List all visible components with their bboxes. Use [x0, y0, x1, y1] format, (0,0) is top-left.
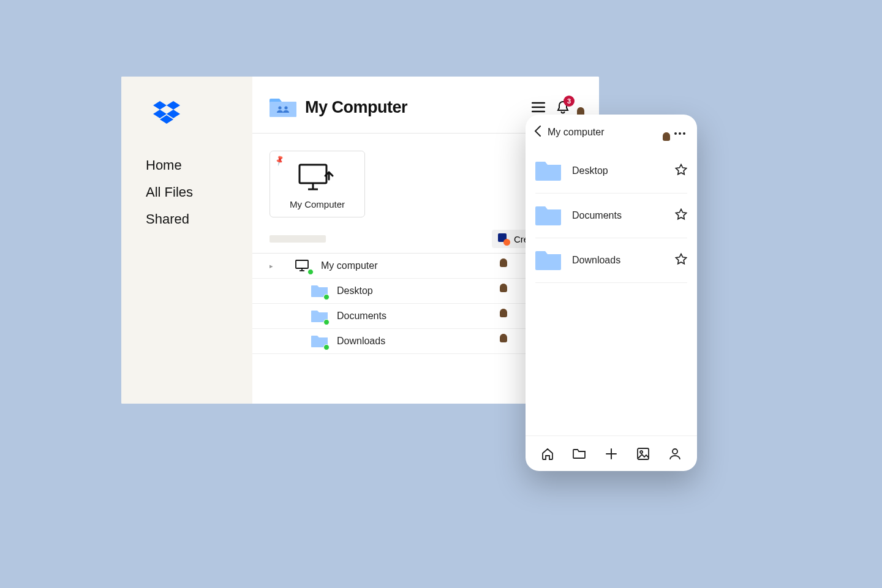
toolbar-placeholder [270, 235, 326, 243]
menu-icon[interactable] [532, 102, 545, 113]
folder-icon [311, 284, 328, 298]
back-icon[interactable] [534, 126, 541, 139]
computer-icon [295, 258, 312, 273]
sidebar-item-shared[interactable]: Shared [146, 211, 252, 227]
svg-point-5 [278, 106, 281, 109]
tab-add-icon[interactable] [602, 447, 620, 461]
sync-status-icon [307, 269, 314, 275]
star-icon[interactable] [675, 164, 687, 178]
notifications-icon[interactable]: 3 [556, 100, 570, 115]
row-name: Downloads [337, 336, 435, 347]
page-title: My Computer [305, 98, 532, 117]
svg-point-16 [674, 132, 677, 135]
row-owner-avatar[interactable] [503, 334, 518, 349]
svg-marker-0 [153, 101, 167, 110]
mobile-row-name: Documents [572, 210, 665, 221]
folder-icon [535, 160, 562, 182]
pin-icon: 📌 [274, 154, 286, 167]
mobile-tabbar [526, 435, 697, 471]
my-computer-card[interactable]: 📌 My Computer [270, 151, 365, 217]
sync-status-icon [323, 294, 330, 300]
mobile-list: Desktop Documents Downloads [526, 149, 697, 435]
expand-caret-icon[interactable]: ▸ [270, 262, 278, 270]
create-icon [498, 233, 509, 244]
card-label: My Computer [276, 199, 358, 209]
row-owner-avatar[interactable] [503, 309, 518, 323]
folder-icon [535, 249, 562, 271]
computer-sync-icon [297, 162, 337, 193]
row-name: Documents [337, 311, 435, 322]
row-owner-avatar[interactable] [503, 258, 518, 273]
mobile-row-name: Downloads [572, 255, 665, 266]
dropbox-logo[interactable] [121, 101, 252, 127]
tab-photos-icon[interactable] [634, 447, 652, 461]
mobile-header: My computer [526, 115, 697, 149]
sidebar-nav: Home All Files Shared [121, 157, 252, 227]
svg-point-22 [640, 451, 643, 453]
row-name: My computer [321, 260, 419, 271]
folder-icon [535, 205, 562, 227]
mobile-list-row[interactable]: Desktop [535, 149, 687, 194]
sidebar: Home All Files Shared [121, 77, 252, 404]
mobile-list-row[interactable]: Documents [535, 194, 687, 238]
folder-icon [311, 309, 328, 323]
row-owner-avatar[interactable] [503, 284, 518, 298]
tab-files-icon[interactable] [570, 448, 589, 460]
more-icon[interactable] [673, 127, 687, 138]
svg-point-23 [673, 449, 677, 454]
svg-rect-13 [296, 260, 308, 268]
svg-rect-10 [300, 165, 326, 183]
sync-status-icon [323, 344, 330, 350]
sync-status-icon [323, 319, 330, 325]
svg-point-6 [284, 106, 287, 109]
tab-account-icon[interactable] [666, 447, 684, 461]
svg-marker-1 [167, 101, 180, 110]
mobile-row-name: Desktop [572, 165, 665, 176]
mobile-title: My computer [548, 127, 660, 138]
svg-point-18 [683, 132, 685, 135]
star-icon[interactable] [675, 253, 687, 268]
row-name: Desktop [337, 285, 435, 296]
notification-badge: 3 [564, 96, 575, 107]
folder-icon [311, 334, 328, 349]
tab-home-icon[interactable] [538, 447, 557, 461]
sidebar-item-allfiles[interactable]: All Files [146, 184, 252, 200]
sidebar-item-home[interactable]: Home [146, 157, 252, 173]
shared-folder-icon [270, 96, 296, 118]
svg-point-17 [679, 132, 681, 135]
mobile-window: My computer Desktop Documents [526, 115, 697, 471]
star-icon[interactable] [675, 208, 687, 223]
mobile-list-row[interactable]: Downloads [535, 238, 687, 283]
